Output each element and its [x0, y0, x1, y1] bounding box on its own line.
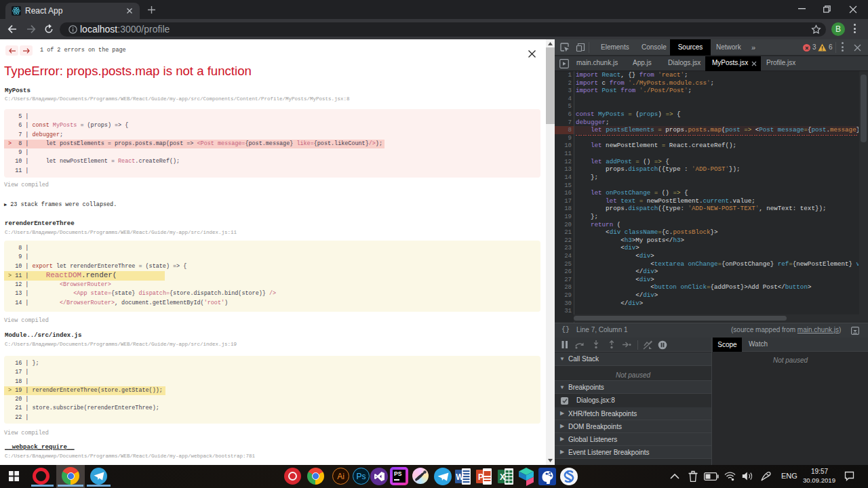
- svg-text:X: X: [500, 472, 505, 482]
- svg-text:W: W: [456, 472, 464, 482]
- svg-text:P: P: [478, 472, 484, 482]
